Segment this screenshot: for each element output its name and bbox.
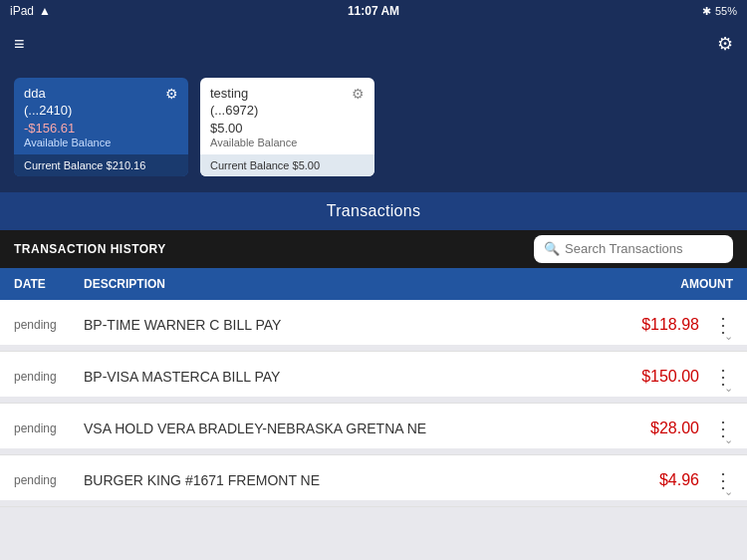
account-current-balance: Current Balance $5.00	[200, 154, 374, 176]
search-icon: 🔍	[544, 241, 560, 256]
tx-status: pending	[14, 421, 84, 435]
search-input[interactable]	[565, 241, 723, 256]
transaction-row: pending VSA HOLD VERA BRADLEY-NEBRASKA G…	[0, 404, 747, 455]
tx-status: pending	[14, 473, 84, 487]
tx-status: pending	[14, 318, 84, 332]
account-header: dda(...2410) -$156.61 Available Balance …	[24, 86, 178, 148]
status-time: 11:07 AM	[348, 4, 399, 18]
account-name: testing(...6972)	[210, 86, 297, 120]
transaction-row: pending BURGER KING #1671 FREMONT NE $4.…	[0, 455, 747, 507]
transactions-title: Transactions	[327, 202, 421, 219]
account-card-testing[interactable]: testing(...6972) $5.00 Available Balance…	[200, 78, 374, 176]
col-header-description: DESCRIPTION	[84, 277, 680, 291]
column-headers: DATE DESCRIPTION AMOUNT	[0, 268, 747, 300]
device-label: iPad	[10, 4, 34, 18]
tx-amount: $4.96	[659, 471, 707, 489]
table-header: TRANSACTION HISTORY 🔍	[0, 230, 747, 268]
account-current-balance: Current Balance $210.16	[14, 154, 188, 176]
account-gear-icon[interactable]: ⚙	[352, 86, 365, 102]
transaction-list: pending BP-TIME WARNER C BILL PAY $118.9…	[0, 300, 747, 507]
account-avail-label: Available Balance	[24, 137, 111, 148]
battery-label: 55%	[715, 5, 737, 17]
tx-chevron-icon: ⌄	[724, 485, 733, 498]
col-header-amount: AMOUNT	[680, 277, 733, 291]
account-header: testing(...6972) $5.00 Available Balance…	[210, 86, 365, 148]
search-container[interactable]: 🔍	[534, 235, 733, 263]
account-card-dda[interactable]: dda(...2410) -$156.61 Available Balance …	[14, 78, 188, 176]
accounts-area: dda(...2410) -$156.61 Available Balance …	[0, 66, 747, 192]
account-name: dda(...2410)	[24, 86, 111, 120]
status-bar: iPad ▲ 11:07 AM ✱ 55%	[0, 0, 747, 22]
account-balance: -$156.61	[24, 121, 111, 136]
wifi-icon: ▲	[39, 4, 51, 18]
settings-icon[interactable]: ⚙	[717, 33, 733, 55]
status-right: ✱ 55%	[702, 5, 737, 18]
tx-description: BURGER KING #1671 FREMONT NE	[84, 472, 659, 488]
account-balance: $5.00	[210, 121, 297, 136]
bluetooth-icon: ✱	[702, 5, 711, 18]
tx-description: BP-VISA MASTERCA BILL PAY	[84, 369, 641, 385]
transaction-row: pending BP-TIME WARNER C BILL PAY $118.9…	[0, 300, 747, 352]
menu-icon[interactable]: ≡	[14, 34, 25, 55]
nav-bar: ≡ ⚙	[0, 22, 747, 66]
tx-description: BP-TIME WARNER C BILL PAY	[84, 317, 641, 333]
tx-chevron-icon: ⌄	[724, 382, 733, 395]
tx-amount: $150.00	[641, 368, 707, 386]
tx-chevron-icon: ⌄	[724, 330, 733, 343]
tx-amount: $28.00	[650, 420, 707, 437]
account-gear-icon[interactable]: ⚙	[165, 86, 178, 102]
tx-chevron-icon: ⌄	[724, 433, 733, 446]
tx-amount: $118.98	[641, 316, 707, 334]
col-header-date: DATE	[14, 277, 84, 291]
transactions-header: Transactions	[0, 192, 747, 230]
status-left: iPad ▲	[10, 4, 51, 18]
tx-description: VSA HOLD VERA BRADLEY-NEBRASKA GRETNA NE	[84, 420, 650, 436]
account-avail-label: Available Balance	[210, 137, 297, 148]
transaction-history-label: TRANSACTION HISTORY	[14, 242, 166, 256]
tx-status: pending	[14, 370, 84, 384]
transaction-row: pending BP-VISA MASTERCA BILL PAY $150.0…	[0, 352, 747, 404]
